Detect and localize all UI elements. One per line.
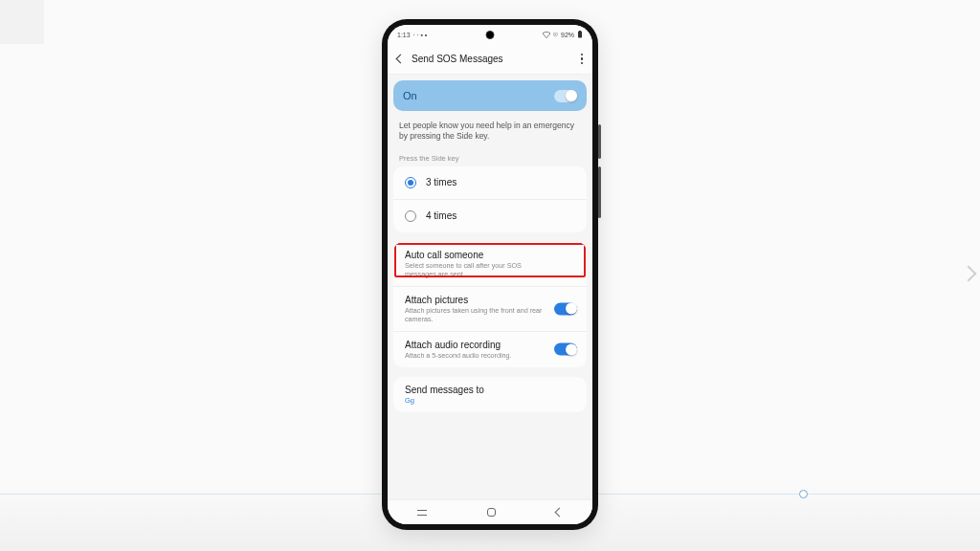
auto-call-row[interactable]: Auto call someone Select someone to call… (393, 242, 587, 286)
more-options-icon[interactable] (581, 54, 584, 65)
master-toggle-label: On (403, 90, 417, 101)
back-icon[interactable] (396, 55, 406, 64)
progress-handle[interactable] (799, 490, 808, 498)
phone-frame: 1:13 · · ▪ • ⦾ 92% Send SOS Messages On … (382, 19, 598, 530)
radio-button-icon (405, 210, 416, 222)
phone-screen: 1:13 · · ▪ • ⦾ 92% Send SOS Messages On … (388, 25, 592, 524)
setting-title: Attach audio recording (405, 340, 575, 350)
recipient-value: Gg (405, 396, 575, 405)
attach-audio-row[interactable]: Attach audio recording Attach a 5-second… (393, 331, 587, 367)
radio-button-icon (405, 177, 416, 188)
recents-icon[interactable] (417, 510, 427, 516)
battery-text: 92% (561, 32, 574, 38)
feature-description: Let people know you need help in an emer… (388, 111, 592, 148)
options-card: Auto call someone Select someone to call… (393, 242, 587, 367)
chapter-marker (0, 0, 44, 44)
status-time: 1:13 (397, 32, 411, 38)
svg-rect-0 (578, 32, 582, 38)
android-nav-bar (388, 499, 592, 524)
battery-icon (577, 31, 583, 38)
app-header: Send SOS Messages (388, 44, 592, 75)
radio-label: 3 times (426, 177, 457, 187)
phone-side-button (598, 124, 601, 159)
nfc-icon: ⦾ (553, 32, 558, 38)
camera-punch-hole (486, 31, 495, 39)
attach-pictures-toggle[interactable] (554, 302, 577, 315)
setting-title: Send messages to (405, 385, 575, 395)
phone-side-button (598, 166, 601, 218)
wifi-icon (543, 32, 550, 38)
master-toggle-row[interactable]: On (393, 80, 587, 111)
home-icon[interactable] (487, 508, 496, 517)
press-option-3-times[interactable]: 3 times (393, 166, 587, 199)
settings-content: On Let people know you need help in an e… (388, 75, 592, 499)
next-slide-arrow[interactable] (961, 266, 977, 282)
press-option-4-times[interactable]: 4 times (393, 199, 587, 232)
setting-title: Attach pictures (405, 295, 575, 305)
recipients-card: Send messages to Gg (393, 377, 587, 412)
page-title: Send SOS Messages (412, 54, 573, 64)
radio-label: 4 times (426, 210, 457, 221)
master-toggle-switch[interactable] (554, 90, 577, 102)
press-count-card: 3 times 4 times (393, 166, 587, 232)
status-misc-icon: · · ▪ • (413, 32, 428, 38)
setting-title: Auto call someone (405, 250, 575, 260)
setting-subtitle: Attach pictures taken using the front an… (405, 306, 575, 323)
setting-subtitle: Attach a 5-second audio recording. (405, 351, 575, 360)
back-nav-icon[interactable] (554, 508, 564, 518)
setting-subtitle: Select someone to call after your SOS me… (405, 261, 575, 278)
attach-pictures-row[interactable]: Attach pictures Attach pictures taken us… (393, 286, 587, 331)
attach-audio-toggle[interactable] (554, 343, 577, 356)
svg-rect-1 (579, 31, 581, 32)
press-section-label: Press the Side key (388, 148, 592, 166)
send-messages-to-row[interactable]: Send messages to Gg (393, 377, 587, 412)
